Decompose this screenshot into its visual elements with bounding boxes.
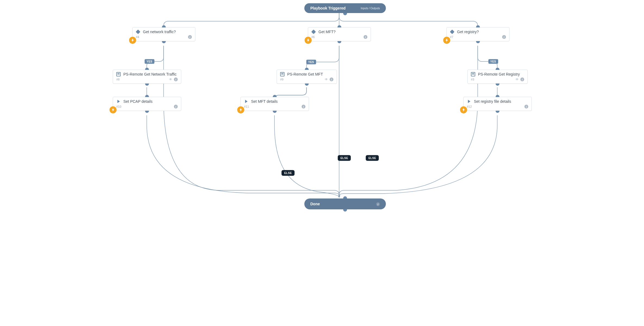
port-in	[145, 95, 149, 97]
node-id: #7	[450, 35, 453, 39]
port-out	[145, 83, 149, 86]
playbook-ps-remote-registry[interactable]: PS-Remote Get Registry #3 i	[467, 70, 528, 84]
book-icon	[280, 72, 285, 76]
bolt-icon	[110, 106, 117, 113]
port-out	[162, 41, 166, 43]
port-out	[343, 13, 347, 15]
node-title: Set MFT details	[251, 99, 278, 104]
port-out	[145, 111, 149, 113]
node-id: #12	[467, 105, 472, 108]
info-icon[interactable]: i	[502, 35, 506, 39]
node-id: #6	[311, 35, 315, 39]
condition-get-network-traffic[interactable]: Get network traffic? #4 i	[132, 27, 195, 41]
done-node[interactable]: Done i	[304, 198, 386, 209]
condition-get-registry[interactable]: Get registry? #7 i	[446, 27, 509, 41]
book-icon	[116, 72, 121, 76]
playbook-ps-remote-network-traffic[interactable]: PS-Remote Get Network Traffic #8 i	[113, 70, 181, 84]
info-icon[interactable]: i	[376, 202, 380, 206]
port-in	[162, 25, 166, 27]
branch-label-else: ELSE	[338, 155, 351, 161]
branch-label-else: ELSE	[366, 155, 379, 161]
book-icon	[471, 72, 475, 76]
info-icon[interactable]: i	[174, 105, 178, 108]
port-out	[496, 83, 499, 86]
node-id: #11	[244, 105, 249, 108]
node-id: #10	[116, 105, 121, 108]
bolt-icon	[305, 37, 312, 44]
port-in	[145, 68, 149, 70]
trigger-node[interactable]: Playbook Triggered Inputs / Outputs	[304, 3, 386, 13]
diamond-icon	[450, 30, 454, 34]
eye-icon[interactable]	[169, 77, 172, 81]
node-id: #9	[280, 78, 283, 81]
info-icon[interactable]: i	[524, 105, 528, 108]
port-in	[305, 68, 309, 70]
bolt-icon	[443, 37, 450, 44]
node-title: Get MFT?	[318, 30, 336, 34]
port-in	[273, 95, 277, 97]
condition-get-mft[interactable]: Get MFT? #6 i	[308, 27, 371, 41]
port-out	[273, 111, 277, 113]
port-in	[496, 95, 499, 97]
port-in	[476, 25, 480, 27]
diamond-icon	[311, 30, 316, 34]
port-out	[496, 111, 499, 113]
trigger-label: Playbook Triggered	[310, 6, 346, 10]
chevron-icon	[116, 99, 121, 104]
eye-icon[interactable]	[515, 77, 519, 81]
port-out	[476, 41, 480, 43]
node-title: Set PCAP details	[123, 99, 152, 104]
port-out	[343, 209, 347, 212]
node-title: Get network traffic?	[143, 30, 176, 34]
branch-label-yes: YES	[306, 60, 316, 64]
node-id: #4	[136, 35, 139, 39]
eye-icon[interactable]	[325, 77, 328, 81]
branch-label-else: ELSE	[282, 170, 295, 176]
done-label: Done	[310, 202, 320, 206]
port-in	[343, 196, 347, 198]
node-title: PS-Remote Get Registry	[478, 72, 520, 76]
inputs-outputs-link[interactable]: Inputs / Outputs	[361, 7, 380, 10]
bolt-icon	[237, 106, 244, 113]
node-title: PS-Remote Get Network Traffic	[123, 72, 177, 76]
task-set-mft-details[interactable]: Set MFT details #11 i	[240, 97, 309, 111]
chevron-icon	[244, 99, 248, 104]
task-set-registry-details[interactable]: Set registry file details #12 i	[463, 97, 532, 111]
chevron-icon	[467, 99, 471, 104]
task-set-pcap-details[interactable]: Set PCAP details #10 i	[113, 97, 181, 111]
node-title: Set registry file details	[474, 99, 511, 104]
info-icon[interactable]: i	[330, 77, 333, 81]
port-in	[337, 25, 341, 27]
port-out	[305, 83, 309, 86]
bolt-icon	[460, 106, 467, 113]
node-id: #3	[471, 78, 474, 81]
port-out	[337, 41, 341, 43]
info-icon[interactable]: i	[364, 35, 367, 39]
info-icon[interactable]: i	[174, 77, 178, 81]
playbook-canvas[interactable]: Playbook Triggered Inputs / Outputs Get …	[111, 0, 533, 218]
info-icon[interactable]: i	[302, 105, 305, 108]
branch-label-yes: YES	[488, 59, 498, 64]
node-title: PS-Remote Get MFT	[287, 72, 323, 76]
playbook-ps-remote-mft[interactable]: PS-Remote Get MFT #9 i	[277, 70, 337, 84]
port-in	[496, 68, 499, 70]
branch-label-yes: YES	[145, 59, 154, 64]
bolt-icon	[129, 37, 136, 44]
node-title: Get registry?	[457, 30, 479, 34]
info-icon[interactable]: i	[188, 35, 192, 39]
info-icon[interactable]: i	[520, 77, 524, 81]
node-id: #8	[116, 78, 120, 81]
diamond-icon	[136, 30, 140, 34]
